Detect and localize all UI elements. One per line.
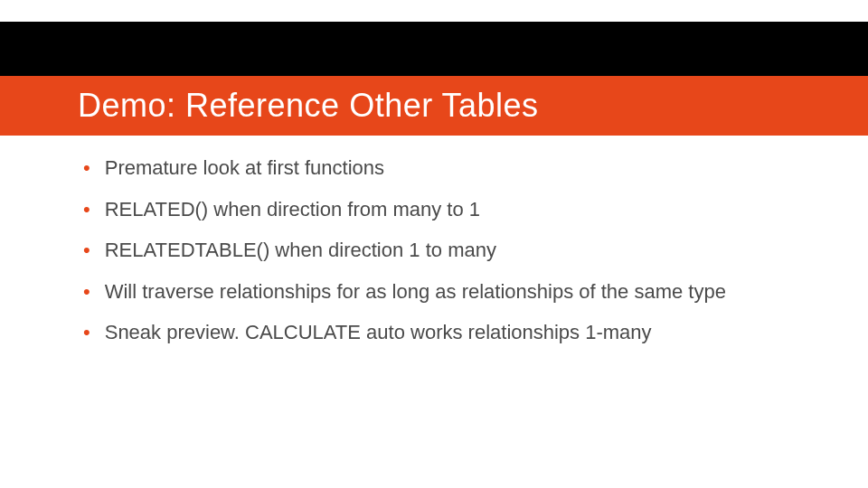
list-item: • RELATEDTABLE() when direction 1 to man… [83,238,832,263]
list-item: • Will traverse relationships for as lon… [83,279,832,305]
list-item: • Premature look at first functions [83,155,832,181]
list-item: • RELATED() when direction from many to … [83,197,832,222]
bullet-icon: • [83,279,90,305]
slide-title: Demo: Reference Other Tables [78,87,539,125]
bullet-icon: • [83,155,90,181]
bullet-icon: • [83,197,90,222]
bullet-list: • Premature look at first functions • RE… [83,155,832,361]
bullet-icon: • [83,320,90,345]
top-black-band [0,22,868,76]
bullet-icon: • [83,238,90,263]
bullet-text: Sneak preview. CALCULATE auto works rela… [105,320,652,345]
bullet-text: RELATEDTABLE() when direction 1 to many [105,238,496,263]
list-item: • Sneak preview. CALCULATE auto works re… [83,320,832,345]
bullet-text: Premature look at first functions [105,155,384,181]
slide: Demo: Reference Other Tables • Premature… [0,0,868,488]
bullet-text: RELATED() when direction from many to 1 [105,197,480,222]
bullet-text: Will traverse relationships for as long … [105,279,726,305]
